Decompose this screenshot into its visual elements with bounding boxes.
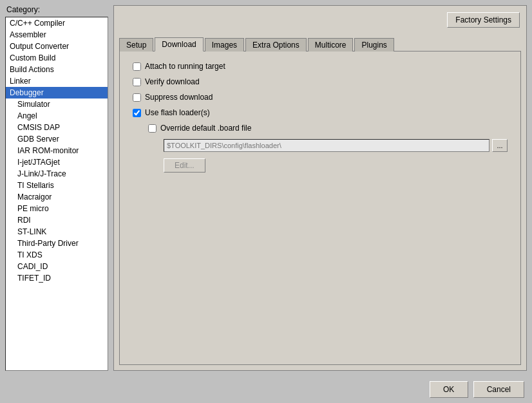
override-checkbox[interactable] bbox=[148, 124, 157, 133]
bottom-bar: OK Cancel bbox=[0, 376, 532, 403]
sidebar-item-pe-micro[interactable]: PE micro bbox=[6, 203, 108, 214]
attach-row: Attach to running target bbox=[133, 62, 508, 71]
sidebar-item-ti-stellaris[interactable]: TI Stellaris bbox=[6, 180, 108, 191]
factory-settings-button[interactable]: Factory Settings bbox=[447, 12, 520, 28]
sidebar-item-cpp-compiler[interactable]: C/C++ Compiler bbox=[6, 17, 108, 29]
cancel-button[interactable]: Cancel bbox=[473, 381, 524, 398]
category-label: Category: bbox=[5, 5, 108, 14]
edit-button[interactable]: Edit... bbox=[164, 158, 205, 173]
sidebar-item-custom-build[interactable]: Custom Build bbox=[6, 52, 108, 64]
override-label: Override default .board file bbox=[160, 124, 251, 133]
sidebar-item-cmsis-dap[interactable]: CMSIS DAP bbox=[6, 122, 108, 133]
sidebar-item-ti-xds[interactable]: TI XDS bbox=[6, 249, 108, 261]
tabs-container: SetupDownloadImagesExtra OptionsMulticor… bbox=[119, 37, 521, 365]
sidebar-item-tifet-id[interactable]: TIFET_ID bbox=[6, 272, 108, 284]
tab-download[interactable]: Download bbox=[155, 37, 203, 52]
tab-content: Attach to running target Verify download… bbox=[119, 52, 521, 365]
sidebar-item-gdb-server[interactable]: GDB Server bbox=[6, 133, 108, 145]
sidebar-item-output-converter[interactable]: Output Converter bbox=[6, 41, 108, 52]
right-panel: Factory Settings SetupDownloadImagesExtr… bbox=[113, 5, 527, 371]
sidebar-item-st-link[interactable]: ST-LINK bbox=[6, 226, 108, 238]
edit-row: Edit... bbox=[133, 158, 508, 173]
sidebar: Category: C/C++ CompilerAssemblerOutput … bbox=[5, 5, 108, 371]
sidebar-item-simulator[interactable]: Simulator bbox=[6, 98, 108, 110]
sidebar-item-angel[interactable]: Angel bbox=[6, 110, 108, 122]
tab-images[interactable]: Images bbox=[205, 38, 244, 52]
tab-plugins[interactable]: Plugins bbox=[354, 38, 394, 52]
sidebar-item-i-jet-jtag[interactable]: I-jet/JTAGjet bbox=[6, 156, 108, 168]
sidebar-item-rdi[interactable]: RDI bbox=[6, 214, 108, 226]
tab-bar: SetupDownloadImagesExtra OptionsMulticor… bbox=[119, 37, 521, 52]
verify-row: Verify download bbox=[133, 77, 508, 86]
attach-checkbox[interactable] bbox=[133, 62, 141, 71]
sidebar-item-linker[interactable]: Linker bbox=[6, 75, 108, 87]
use-flash-label: Use flash loader(s) bbox=[145, 108, 210, 117]
suppress-label: Suppress download bbox=[145, 93, 213, 102]
use-flash-row: Use flash loader(s) bbox=[133, 108, 508, 117]
tab-extra-options[interactable]: Extra Options bbox=[245, 38, 307, 52]
path-input[interactable] bbox=[164, 139, 489, 152]
sidebar-list[interactable]: C/C++ CompilerAssemblerOutput ConverterC… bbox=[5, 17, 108, 371]
tab-multicore[interactable]: Multicore bbox=[308, 38, 354, 52]
path-row: ... bbox=[133, 139, 508, 152]
sidebar-item-macraigor[interactable]: Macraigor bbox=[6, 191, 108, 203]
suppress-row: Suppress download bbox=[133, 93, 508, 102]
verify-label: Verify download bbox=[145, 77, 200, 86]
sidebar-item-third-party-driver[interactable]: Third-Party Driver bbox=[6, 238, 108, 249]
browse-button[interactable]: ... bbox=[492, 139, 508, 152]
sidebar-item-debugger[interactable]: Debugger bbox=[6, 87, 108, 98]
sidebar-item-cadi-id[interactable]: CADI_ID bbox=[6, 261, 108, 272]
verify-checkbox[interactable] bbox=[133, 78, 141, 86]
sidebar-item-build-actions[interactable]: Build Actions bbox=[6, 64, 108, 75]
sidebar-item-j-link-trace[interactable]: J-Link/J-Trace bbox=[6, 168, 108, 180]
attach-label: Attach to running target bbox=[145, 62, 225, 71]
suppress-checkbox[interactable] bbox=[133, 93, 141, 102]
sidebar-item-iar-rom-monitor[interactable]: IAR ROM-monitor bbox=[6, 145, 108, 156]
sidebar-item-assembler[interactable]: Assembler bbox=[6, 29, 108, 41]
use-flash-checkbox[interactable] bbox=[133, 109, 141, 117]
tab-setup[interactable]: Setup bbox=[119, 38, 153, 52]
override-row: Override default .board file bbox=[133, 124, 508, 133]
ok-button[interactable]: OK bbox=[430, 381, 468, 398]
